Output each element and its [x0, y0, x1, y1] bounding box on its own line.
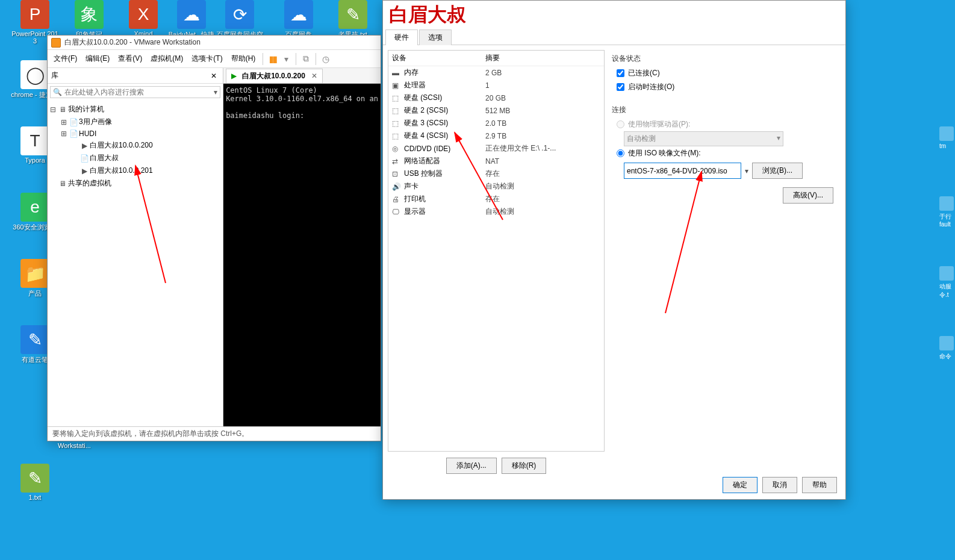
physical-drive-radio — [617, 120, 624, 128]
connect-at-power-checkbox[interactable] — [617, 83, 624, 91]
tree-node[interactable]: 📄白眉大叔 — [49, 152, 222, 164]
search-input[interactable] — [64, 88, 214, 96]
tree-node[interactable]: ⊞📄3用户画像 — [49, 116, 222, 128]
console-output[interactable]: CentOS Linux 7 (Core) Kernel 3.10.0-1160… — [223, 84, 381, 426]
icon-label: 命令 — [939, 352, 955, 361]
menu-item[interactable]: 编辑(E) — [82, 51, 113, 66]
tab-close-icon[interactable]: ✕ — [311, 72, 317, 80]
menu-item[interactable]: 选项卡(T) — [188, 51, 226, 66]
icon-label: tm — [939, 143, 955, 149]
desktop-icon[interactable]: XXmind — [119, 0, 167, 37]
advanced-button[interactable]: 高级(V)... — [783, 187, 833, 204]
tab-hardware[interactable]: 硬件 — [385, 30, 418, 45]
tree-item-icon: 🖥 — [57, 105, 68, 114]
app-icon: ☁ — [177, 0, 206, 29]
clock-icon[interactable]: ◷ — [320, 53, 332, 65]
clipped-desktop-icon[interactable]: 于行fault — [939, 196, 955, 230]
cancel-button[interactable]: 取消 — [762, 477, 797, 493]
hardware-row[interactable]: ◎CD/DVD (IDE)正在使用文件 E:\ .1-... — [388, 142, 604, 155]
device-summary: 自动检测 — [485, 181, 600, 191]
tree-node[interactable]: ⊟🖥我的计算机 — [49, 103, 222, 116]
desktop-icon[interactable]: 象印象笔记 — [65, 0, 113, 39]
desktop-icon[interactable]: ✎老男孩.txt — [329, 0, 377, 39]
device-name: 声卡 — [404, 181, 485, 191]
device-icon: ⬚ — [392, 107, 404, 115]
tree-item-icon: 📄 — [79, 154, 90, 163]
hardware-row[interactable]: ⊡USB 控制器存在 — [388, 167, 604, 180]
icon-label: 动服令.t — [939, 282, 955, 299]
tree-node[interactable]: ⊞📄HUDI — [49, 128, 222, 139]
library-search[interactable]: 🔍 ▾ — [50, 86, 220, 98]
icon-label: 于行fault — [939, 213, 955, 228]
browse-button[interactable]: 浏览(B)... — [752, 163, 803, 179]
tree-twisty-icon[interactable]: ⊞ — [60, 129, 68, 138]
iso-file-radio[interactable] — [617, 149, 624, 157]
library-close-icon[interactable]: ✕ — [208, 72, 219, 80]
hardware-row[interactable]: ⬚硬盘 2 (SCSI)512 MB — [388, 104, 604, 117]
tab-label: 白眉大叔10.0.0.200 — [242, 71, 305, 81]
hardware-row[interactable]: ⬚硬盘 3 (SCSI)2.0 TB — [388, 117, 604, 129]
hardware-row[interactable]: ⬚硬盘 4 (SCSI)2.9 TB — [388, 129, 604, 142]
library-title: 库 — [51, 70, 208, 81]
titlebar[interactable]: 白眉大叔10.0.0.200 - VMware Workstation — [48, 36, 381, 50]
app-icon: ✎ — [20, 464, 49, 493]
app-icon: ✎ — [338, 0, 367, 29]
snapshot-icon[interactable]: ⧉ — [300, 53, 312, 65]
menu-item[interactable]: 文件(F) — [50, 51, 81, 66]
dialog-title: 白眉大叔 — [383, 1, 845, 30]
tree-twisty-icon[interactable]: ⊞ — [60, 118, 68, 126]
hardware-row[interactable]: 🖨打印机存在 — [388, 193, 604, 205]
device-summary: 2.9 TB — [485, 132, 600, 140]
hardware-row[interactable]: ⬚硬盘 (SCSI)20 GB — [388, 92, 604, 104]
add-button[interactable]: 添加(A)... — [446, 458, 497, 474]
iso-file-label: 使用 ISO 映像文件(M): — [628, 148, 701, 158]
clipped-desktop-icon[interactable]: tm — [939, 126, 955, 160]
ok-button[interactable]: 确定 — [723, 477, 757, 493]
device-summary: 存在 — [485, 194, 600, 204]
tree-node[interactable]: ▶白眉大叔10.0.0.200 — [49, 139, 222, 152]
clipped-desktop-icon[interactable]: 动服令.t — [939, 266, 955, 300]
desktop-icon[interactable]: ☁百度网盘 — [275, 0, 323, 39]
device-icon: 🔊 — [392, 182, 404, 191]
device-icon: ⬚ — [392, 94, 404, 102]
help-button[interactable]: 帮助 — [802, 477, 837, 493]
menu-item[interactable]: 帮助(H) — [228, 51, 260, 66]
menu-item[interactable]: 虚拟机(M) — [147, 51, 187, 66]
app-icon — [939, 196, 954, 211]
device-summary: NAT — [485, 157, 600, 166]
device-name: 硬盘 2 (SCSI) — [404, 105, 485, 116]
hardware-row[interactable]: 🖵显示器自动检测 — [388, 205, 604, 218]
tab-options[interactable]: 选项 — [419, 30, 452, 45]
hardware-row[interactable]: ▣处理器1 — [388, 79, 604, 92]
connected-checkbox[interactable] — [617, 69, 624, 77]
app-icon: ⟳ — [225, 0, 254, 29]
hardware-row[interactable]: ▬内存2 GB — [388, 66, 604, 79]
device-name: USB 控制器 — [404, 169, 485, 179]
tree-node[interactable]: ▶白眉大叔10.0.0.201 — [49, 164, 222, 177]
menubar: 文件(F)编辑(E)查看(V)虚拟机(M)选项卡(T)帮助(H) ▮▮ ▾ ⧉ … — [48, 50, 381, 68]
dropdown-icon[interactable]: ▾ — [280, 53, 292, 65]
device-summary: 1 — [485, 81, 600, 90]
hardware-row[interactable]: ⇄网络适配器NAT — [388, 155, 604, 167]
remove-button[interactable]: 移除(R) — [502, 458, 547, 474]
pause-icon[interactable]: ▮▮ — [267, 53, 279, 65]
tree-twisty-icon[interactable]: ⊟ — [49, 105, 57, 114]
tree-item-icon: 🖥 — [57, 179, 68, 188]
chevron-down-icon[interactable]: ▾ — [745, 167, 748, 175]
hardware-row[interactable]: 🔊声卡自动检测 — [388, 180, 604, 193]
search-dropdown-icon[interactable]: ▾ — [214, 88, 217, 96]
tree-item-label: 共享的虚拟机 — [68, 178, 111, 188]
tree-item-icon: 📄 — [68, 118, 79, 126]
desktop-icon[interactable]: ✎1.txt — [11, 464, 59, 501]
vm-tab[interactable]: ▶ 白眉大叔10.0.0.200 ✕ — [226, 69, 323, 83]
device-name: 处理器 — [404, 80, 485, 90]
tree-node[interactable]: 🖥共享的虚拟机 — [49, 177, 222, 190]
menu-item[interactable]: 查看(V) — [114, 51, 146, 66]
app-icon — [939, 126, 954, 141]
device-summary: 存在 — [485, 169, 600, 179]
device-name: CD/DVD (IDE) — [404, 145, 485, 153]
device-icon: ⬚ — [392, 132, 404, 140]
app-icon: ◯ — [20, 60, 49, 89]
iso-path-input[interactable] — [624, 163, 741, 179]
clipped-desktop-icon[interactable]: 命令 — [939, 336, 955, 370]
